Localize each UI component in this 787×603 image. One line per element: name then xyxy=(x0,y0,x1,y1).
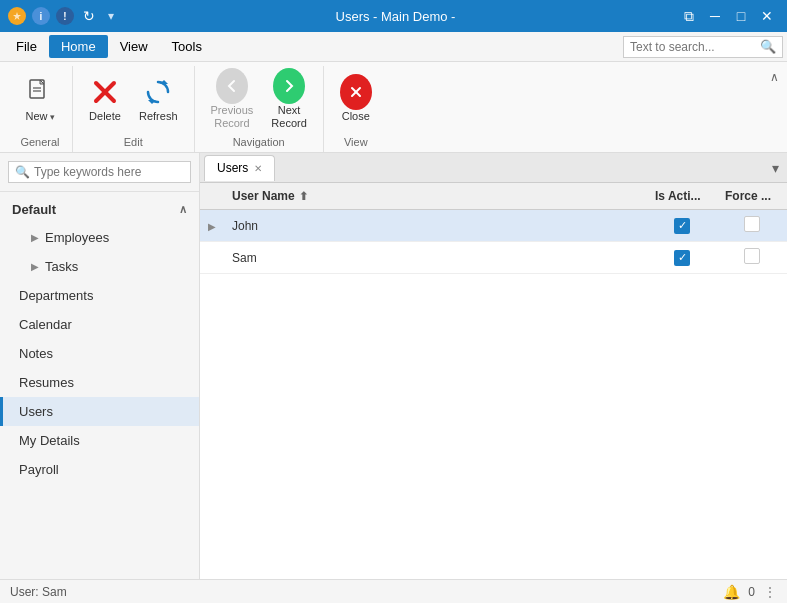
new-dropdown-arrow: ▾ xyxy=(50,112,55,122)
sidebar-default-section: Default ∧ ▶ Employees ▶ Tasks Department… xyxy=(0,192,199,488)
sidebar-item-departments-label: Departments xyxy=(19,288,93,303)
status-menu-icon[interactable]: ⋮ xyxy=(763,584,777,600)
ribbon-general-label: General xyxy=(20,136,59,152)
refresh-icon-titlebar[interactable]: ↻ xyxy=(80,7,98,25)
row1-spacer xyxy=(627,210,647,242)
menu-view[interactable]: View xyxy=(108,35,160,58)
sidebar-item-resumes-label: Resumes xyxy=(19,375,74,390)
row1-force-checkbox[interactable] xyxy=(744,216,760,232)
sidebar: 🔍 Default ∧ ▶ Employees ▶ Tasks Departme… xyxy=(0,153,200,579)
next-record-button[interactable]: Next Record xyxy=(263,66,314,134)
sidebar-search-box[interactable]: 🔍 xyxy=(8,161,191,183)
sidebar-item-calendar[interactable]: Calendar xyxy=(0,310,199,339)
next-record-icon xyxy=(273,68,305,104)
col-spacer xyxy=(627,183,647,210)
ribbon-view-label: View xyxy=(344,136,368,152)
sidebar-item-tasks[interactable]: ▶ Tasks xyxy=(0,252,199,281)
sidebar-item-tasks-label: Tasks xyxy=(45,259,78,274)
tab-bar-chevron-icon[interactable]: ▾ xyxy=(772,160,779,176)
sidebar-item-departments[interactable]: Departments xyxy=(0,281,199,310)
maximize-button[interactable]: □ xyxy=(729,4,753,28)
table-row[interactable]: Sam ✓ xyxy=(200,242,787,274)
sidebar-search-input[interactable] xyxy=(34,165,184,179)
table-row[interactable]: ▶ John ✓ xyxy=(200,210,787,242)
sidebar-search-area: 🔍 xyxy=(0,153,199,192)
refresh-button[interactable]: Refresh xyxy=(131,66,186,134)
menu-file[interactable]: File xyxy=(4,35,49,58)
prev-record-label: Previous Record xyxy=(211,104,254,130)
employees-expand-icon: ▶ xyxy=(31,232,39,243)
row2-is-active-checkbox[interactable]: ✓ xyxy=(674,250,690,266)
close-view-label: Close xyxy=(342,110,370,123)
close-view-button[interactable]: Close xyxy=(332,66,380,134)
main-content: Users ✕ ▾ User Name ⬆ xyxy=(200,153,787,579)
menu-home[interactable]: Home xyxy=(49,35,108,58)
prev-record-button[interactable]: Previous Record xyxy=(203,66,262,134)
tab-close-icon[interactable]: ✕ xyxy=(254,163,262,174)
col-is-active-label: Is Acti... xyxy=(655,189,701,203)
col-force[interactable]: Force ... xyxy=(717,183,787,210)
menu-bar: File Home View Tools 🔍 xyxy=(0,32,787,62)
sidebar-item-users-label: Users xyxy=(19,404,53,419)
window-controls: ⧉ ─ □ ✕ xyxy=(677,4,779,28)
app-icon-1 xyxy=(8,7,26,25)
status-bar: User: Sam 🔔 0 ⋮ xyxy=(0,579,787,603)
status-right-area: 🔔 0 ⋮ xyxy=(723,584,777,600)
title-bar-app-icons: i ! ↻ ▾ xyxy=(8,7,114,25)
restore-button[interactable]: ⧉ xyxy=(677,4,701,28)
row2-force-cell xyxy=(717,242,787,274)
sidebar-item-my-details-label: My Details xyxy=(19,433,80,448)
sidebar-item-employees-label: Employees xyxy=(45,230,109,245)
sidebar-item-resumes[interactable]: Resumes xyxy=(0,368,199,397)
row2-force-checkbox[interactable] xyxy=(744,248,760,264)
next-record-label: Next Record xyxy=(271,104,306,130)
ribbon-group-general: New ▾ General xyxy=(8,66,73,152)
col-force-label: Force ... xyxy=(725,189,771,203)
global-search-box[interactable]: 🔍 xyxy=(623,36,783,58)
new-button[interactable]: New ▾ xyxy=(16,66,64,134)
window-title: Users - Main Demo - xyxy=(114,9,677,24)
sidebar-item-payroll[interactable]: Payroll xyxy=(0,455,199,484)
sidebar-group-chevron-icon: ∧ xyxy=(179,203,187,216)
title-bar: i ! ↻ ▾ Users - Main Demo - ⧉ ─ □ ✕ xyxy=(0,0,787,32)
delete-button[interactable]: Delete xyxy=(81,66,129,134)
sidebar-item-notes[interactable]: Notes xyxy=(0,339,199,368)
tab-users-label: Users xyxy=(217,161,248,175)
sidebar-item-calendar-label: Calendar xyxy=(19,317,72,332)
search-input[interactable] xyxy=(630,40,760,54)
close-view-icon xyxy=(340,74,372,110)
ribbon: New ▾ General Delete xyxy=(0,62,787,153)
menu-tools[interactable]: Tools xyxy=(160,35,214,58)
col-username-label: User Name xyxy=(232,189,295,203)
new-button-label: New xyxy=(25,110,47,123)
content-area: 🔍 Default ∧ ▶ Employees ▶ Tasks Departme… xyxy=(0,153,787,579)
col-username[interactable]: User Name ⬆ xyxy=(224,183,627,210)
row1-expand-icon: ▶ xyxy=(208,221,216,232)
tab-bar: Users ✕ ▾ xyxy=(200,153,787,183)
search-icon: 🔍 xyxy=(760,39,776,54)
row1-expand: ▶ xyxy=(200,210,224,242)
row1-is-active-checkbox[interactable]: ✓ xyxy=(674,218,690,234)
col-is-active[interactable]: Is Acti... xyxy=(647,183,717,210)
tab-users[interactable]: Users ✕ xyxy=(204,155,275,181)
bell-icon: 🔔 xyxy=(723,584,740,600)
notification-count: 0 xyxy=(748,585,755,599)
users-table: User Name ⬆ Is Acti... Force ... xyxy=(200,183,787,274)
delete-button-label: Delete xyxy=(89,110,121,123)
row2-is-active-cell: ✓ xyxy=(647,242,717,274)
row1-is-active-cell: ✓ xyxy=(647,210,717,242)
sidebar-item-employees[interactable]: ▶ Employees xyxy=(0,223,199,252)
close-button[interactable]: ✕ xyxy=(755,4,779,28)
minimize-button[interactable]: ─ xyxy=(703,4,727,28)
sidebar-item-users[interactable]: Users xyxy=(0,397,199,426)
sidebar-item-my-details[interactable]: My Details xyxy=(0,426,199,455)
row1-username: John xyxy=(224,210,627,242)
sidebar-group-header[interactable]: Default ∧ xyxy=(0,196,199,223)
sidebar-item-payroll-label: Payroll xyxy=(19,462,59,477)
row2-spacer xyxy=(627,242,647,274)
prev-record-icon xyxy=(216,68,248,104)
ribbon-group-navigation: Previous Record Next Record Navigation xyxy=(195,66,324,152)
ribbon-collapse-icon[interactable]: ∧ xyxy=(770,70,779,84)
sort-icon: ⬆ xyxy=(299,190,308,203)
refresh-button-label: Refresh xyxy=(139,110,178,123)
